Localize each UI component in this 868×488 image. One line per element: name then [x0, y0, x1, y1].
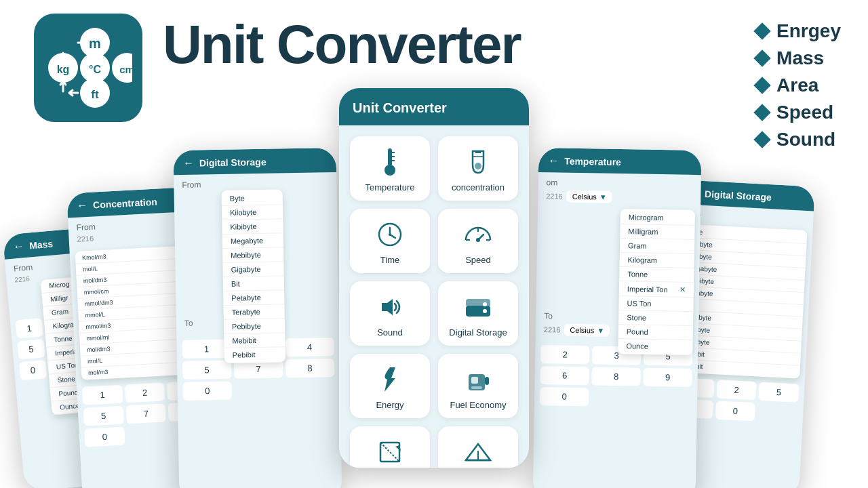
svg-rect-34 — [471, 386, 482, 389]
svg-text:m: m — [89, 36, 101, 51]
diamond-icon — [753, 22, 770, 39]
grid-time[interactable]: Time — [350, 209, 430, 273]
svg-rect-28 — [466, 299, 490, 307]
list-item[interactable]: Microgram — [620, 210, 695, 226]
key-6[interactable]: 6 — [540, 366, 589, 385]
phone-digital-storage-left: ← Digital Storage From Byte Kilobyte Kib… — [173, 148, 342, 488]
list-item[interactable]: Bit — [223, 276, 284, 291]
grid-mass[interactable]: Mass — [438, 426, 518, 468]
list-item[interactable]: Kilogram — [620, 253, 694, 268]
list-item[interactable]: Mebibyte — [222, 247, 283, 263]
category-grid: Temperature concentration — [339, 125, 529, 468]
grid-fuel-economy[interactable]: Fuel Economy — [438, 354, 518, 418]
key-1[interactable]: 1 — [82, 385, 123, 405]
key-0[interactable]: 0 — [182, 382, 231, 401]
phone-digital-storage-header: ← Digital Storage — [173, 148, 336, 175]
svg-rect-32 — [471, 377, 478, 384]
key-0[interactable]: 0 — [715, 401, 755, 421]
feature-mass: Mass — [756, 47, 841, 69]
page-title: Unit Converter — [163, 14, 521, 76]
svg-point-20 — [389, 233, 391, 236]
phone-temperature-header: ← Temperature — [538, 148, 702, 175]
phone-unit-converter: Unit Converter Temperature — [339, 88, 529, 468]
feature-energy: Enrgey — [756, 20, 841, 42]
list-item[interactable]: Terabyte — [223, 304, 284, 320]
list-item[interactable]: Pebibyte — [224, 319, 285, 334]
svg-marker-26 — [382, 299, 393, 315]
key-1[interactable]: 1 — [16, 318, 43, 338]
key-2[interactable]: 2 — [125, 382, 165, 403]
svg-rect-33 — [485, 377, 489, 385]
svg-text:°C: °C — [89, 64, 101, 75]
key-5[interactable]: 5 — [182, 361, 231, 380]
key-0[interactable]: 0 — [540, 387, 589, 406]
key-2[interactable]: 2 — [716, 380, 757, 400]
list-item[interactable]: Pebibit — [224, 347, 285, 362]
svg-point-30 — [483, 302, 487, 306]
list-item[interactable]: Byte — [222, 190, 283, 206]
svg-text:kg: kg — [57, 64, 70, 75]
grid-area[interactable]: Area — [350, 426, 430, 468]
key-8[interactable]: 8 — [285, 359, 334, 378]
list-item[interactable]: US Ton — [618, 296, 693, 312]
key-7[interactable]: 7 — [125, 403, 166, 424]
phone-temperature: ← Temperature om 2216 Celsius ▼ Microgra… — [532, 148, 701, 488]
phone-center-header: Unit Converter — [339, 88, 529, 125]
list-item[interactable]: Stone — [618, 310, 693, 326]
svg-rect-15 — [389, 161, 391, 171]
key-9[interactable]: 9 — [643, 368, 692, 387]
grid-temperature[interactable]: Temperature — [350, 136, 430, 201]
list-item[interactable]: Gram — [620, 239, 694, 254]
list-item[interactable]: Petabyte — [223, 290, 284, 306]
key-8[interactable]: 8 — [591, 367, 640, 386]
key-5[interactable]: 5 — [83, 406, 124, 426]
svg-point-29 — [483, 309, 487, 313]
list-item[interactable]: Megabyte — [222, 233, 283, 249]
list-item[interactable]: Pound — [618, 325, 693, 340]
key-5[interactable]: 5 — [17, 339, 45, 359]
key-4[interactable]: 4 — [285, 338, 334, 357]
grid-sound[interactable]: Sound — [350, 281, 430, 346]
mass-dropdown-right: Microgram Milligram Gram Kilogram Tonne … — [618, 209, 695, 355]
grid-concentration[interactable]: concentration — [438, 136, 518, 201]
key-0[interactable]: 0 — [84, 427, 125, 447]
grid-digital-storage[interactable]: Digital Storage — [438, 281, 518, 346]
grid-speed[interactable]: Speed — [438, 209, 518, 273]
phones-container: ← Mass From 2216 Microg Milligr Gram Kil… — [0, 81, 868, 488]
list-item[interactable]: Milligram — [620, 224, 694, 240]
list-item[interactable]: Mebibit — [224, 333, 285, 348]
list-item[interactable]: Kibibyte — [222, 219, 283, 235]
key-2[interactable]: 2 — [540, 345, 589, 364]
list-item[interactable]: Gigabyte — [222, 262, 283, 277]
list-item[interactable]: Kilobyte — [222, 205, 283, 220]
list-item[interactable]: Imperial Ton ✕ — [619, 281, 694, 298]
list-item[interactable]: Tonne — [619, 267, 694, 283]
key-5[interactable]: 5 — [759, 382, 800, 403]
digital-storage-unit-list: Byte Kilobyte Kibibyte Megabyte Mebibyte… — [222, 189, 285, 363]
list-item[interactable]: Ounce — [618, 339, 692, 354]
svg-point-16 — [475, 163, 481, 169]
grid-energy[interactable]: Energy — [350, 354, 430, 418]
diamond-icon — [753, 49, 770, 66]
svg-text:cm: cm — [119, 64, 132, 75]
key-0[interactable]: 0 — [19, 360, 47, 380]
svg-point-25 — [476, 238, 480, 242]
